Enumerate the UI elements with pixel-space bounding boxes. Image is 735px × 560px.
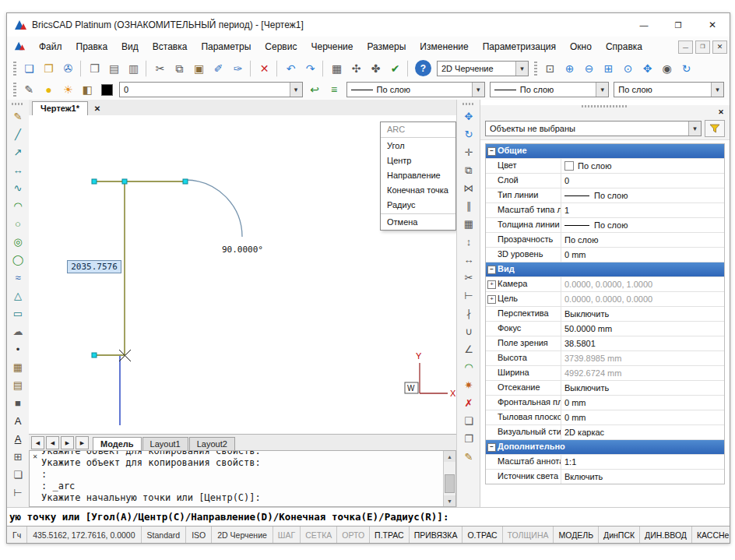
current-color-swatch[interactable] bbox=[97, 80, 117, 99]
cut-icon[interactable]: ✂ bbox=[150, 59, 170, 78]
pan-tool-icon[interactable]: ✥ bbox=[460, 107, 477, 125]
property-row[interactable]: Толщина линии По слою bbox=[486, 218, 724, 233]
context-menu-item[interactable]: Радиус bbox=[381, 198, 455, 213]
menu-settings[interactable]: Параметры bbox=[194, 38, 258, 55]
property-value[interactable]: 4992.6724 mm bbox=[561, 366, 724, 380]
property-row[interactable]: Слой 0 bbox=[486, 174, 724, 188]
property-row[interactable]: Цель 0.0000, 0.0000, 0.0000 bbox=[486, 292, 724, 307]
trim-tool-icon[interactable]: ✂ bbox=[460, 269, 477, 287]
rectangle-tool-icon[interactable]: ▭ bbox=[9, 305, 26, 322]
menu-window[interactable]: Окно bbox=[563, 38, 599, 55]
undo-icon[interactable]: ↶ bbox=[281, 59, 301, 78]
toolbar-grip[interactable] bbox=[13, 83, 16, 97]
context-menu-cancel[interactable]: Отмена bbox=[381, 215, 455, 230]
property-value[interactable]: По слою bbox=[561, 159, 724, 173]
save-icon[interactable]: ✇ bbox=[58, 59, 78, 78]
maximize-button[interactable] bbox=[661, 14, 695, 37]
menu-draw[interactable]: Черчение bbox=[304, 38, 360, 55]
revcloud-tool-icon[interactable]: ☁ bbox=[9, 322, 26, 340]
toggle-model-space[interactable]: МОДЕЛЬ bbox=[554, 527, 599, 543]
layout-icon[interactable]: ❐ bbox=[460, 430, 477, 448]
layer-states-icon[interactable]: ≡ bbox=[325, 80, 344, 99]
chevron-down-icon[interactable] bbox=[290, 83, 302, 97]
rotate-view-icon[interactable]: ↻ bbox=[460, 125, 477, 143]
toolbar-separator[interactable] bbox=[407, 60, 410, 77]
explode-tool-icon[interactable]: ✷ bbox=[460, 376, 477, 394]
chevron-down-icon[interactable] bbox=[596, 83, 608, 97]
block-insert-icon[interactable]: ❏ bbox=[9, 466, 26, 484]
status-workspace[interactable]: 2D Черчение bbox=[212, 527, 273, 543]
toolbar-separator[interactable] bbox=[322, 60, 325, 77]
layer-previous-icon[interactable]: ↩ bbox=[305, 80, 325, 99]
context-menu-item[interactable]: Направление bbox=[381, 168, 455, 183]
property-row[interactable]: Вид bbox=[486, 262, 724, 277]
next-tab-button[interactable] bbox=[61, 436, 74, 449]
match-properties-icon[interactable]: ✐ bbox=[209, 59, 228, 78]
property-value[interactable]: 3739.8985 mm bbox=[561, 351, 724, 365]
toggle-snap-step[interactable]: ШАГ bbox=[273, 527, 301, 543]
toggle-quad[interactable]: КАССНе bbox=[692, 527, 730, 543]
property-row[interactable]: Цвет По слою bbox=[486, 159, 724, 174]
mtext-tool-icon[interactable]: A bbox=[9, 430, 26, 448]
sketch-tool-icon[interactable]: ✎ bbox=[9, 107, 26, 125]
line-tool-icon[interactable]: ╱ bbox=[9, 125, 26, 143]
linetype-combo[interactable]: По слою bbox=[346, 82, 485, 97]
xref-icon[interactable]: ✤ bbox=[366, 59, 385, 78]
offset-tool-icon[interactable]: ∥ bbox=[460, 197, 477, 215]
menu-help[interactable]: Справка bbox=[599, 38, 649, 55]
property-value[interactable]: 50.0000 mm bbox=[561, 322, 724, 336]
property-value[interactable]: По слою bbox=[561, 233, 724, 247]
toolbar-separator[interactable] bbox=[250, 60, 252, 77]
chevron-down-icon[interactable] bbox=[515, 62, 528, 76]
drawing-canvas[interactable]: 90.0000° W bbox=[29, 115, 456, 434]
property-value[interactable]: 0.0000, 0.0000, 1.0000 bbox=[561, 277, 724, 291]
chamfer-tool-icon[interactable]: ∠ bbox=[460, 340, 477, 358]
property-value[interactable]: 0.0000, 0.0000, 0.0000 bbox=[561, 292, 724, 306]
layers-manager-icon[interactable]: ✎ bbox=[19, 80, 39, 99]
toggle-otrack[interactable]: О.ТРАС bbox=[462, 527, 502, 543]
property-value[interactable]: Выключить bbox=[561, 381, 724, 395]
toggle-ortho[interactable]: ОРТО bbox=[337, 527, 370, 543]
property-value[interactable]: 1 bbox=[561, 203, 724, 217]
selection-combo[interactable]: Объекты не выбраны bbox=[485, 121, 702, 136]
property-value[interactable]: 0 mm bbox=[561, 248, 724, 262]
menu-view[interactable]: Вид bbox=[114, 38, 146, 55]
chevron-down-icon[interactable] bbox=[711, 83, 723, 97]
toggle-grid[interactable]: СЕТКА bbox=[301, 527, 337, 543]
property-row[interactable]: Дополнительно bbox=[486, 440, 724, 455]
toolbar-separator[interactable] bbox=[80, 60, 83, 77]
command-prompt[interactable]: ую точку или [Угол(A)/Центр(C)/Направлен… bbox=[7, 507, 730, 527]
help-icon[interactable]: ? bbox=[415, 60, 431, 76]
move-tool-icon[interactable]: ✛ bbox=[460, 143, 477, 161]
menu-dimensions[interactable]: Размеры bbox=[360, 38, 413, 55]
property-row[interactable]: Тыловая плоско 0 mm bbox=[486, 410, 724, 425]
command-history[interactable]: Укажите объект для копирования свойств:У… bbox=[41, 451, 442, 506]
open-file-icon[interactable]: ❐ bbox=[39, 59, 58, 78]
toggle-dyn-input[interactable]: ДИН.ВВОД bbox=[640, 527, 692, 543]
menu-edit[interactable]: Правка bbox=[69, 38, 115, 55]
dynamic-dimension-input[interactable]: 2035.7576 bbox=[67, 260, 121, 273]
menu-insert[interactable]: Вставка bbox=[146, 38, 195, 55]
property-value[interactable]: 2D каркас bbox=[561, 425, 724, 439]
toggle-ducs[interactable]: ДинПСК bbox=[599, 527, 640, 543]
zoom-window-icon[interactable]: ⊞ bbox=[599, 59, 618, 78]
redo-icon[interactable]: ↷ bbox=[301, 59, 320, 78]
close-icon[interactable] bbox=[91, 102, 104, 114]
toggle-polar-tracking[interactable]: П.ТРАС bbox=[370, 527, 410, 543]
edit-block-icon[interactable]: ✔ bbox=[385, 59, 405, 78]
previous-tab-button[interactable] bbox=[46, 436, 59, 449]
chevron-down-icon[interactable] bbox=[472, 83, 484, 97]
collapse-icon[interactable] bbox=[487, 147, 496, 156]
point-tool-icon[interactable]: • bbox=[9, 340, 26, 358]
layer-visibility-icon[interactable]: ● bbox=[39, 80, 58, 99]
tab-model[interactable]: Модель bbox=[93, 437, 142, 451]
child-minimize-button[interactable] bbox=[678, 41, 693, 54]
toolbar-grip[interactable] bbox=[12, 103, 24, 105]
paste-icon[interactable]: ▣ bbox=[189, 59, 209, 78]
menu-tools[interactable]: Сервис bbox=[258, 38, 304, 55]
mirror-tool-icon[interactable]: ⋈ bbox=[460, 179, 477, 197]
property-value[interactable]: Выключить bbox=[561, 307, 724, 321]
print-icon[interactable]: ▤ bbox=[104, 59, 124, 78]
ray-tool-icon[interactable]: ↗ bbox=[9, 143, 26, 161]
title-bar[interactable]: BricsCAD Platinum (ОЗНАКОМИТЕЛЬНЫЙ перио… bbox=[7, 13, 730, 37]
